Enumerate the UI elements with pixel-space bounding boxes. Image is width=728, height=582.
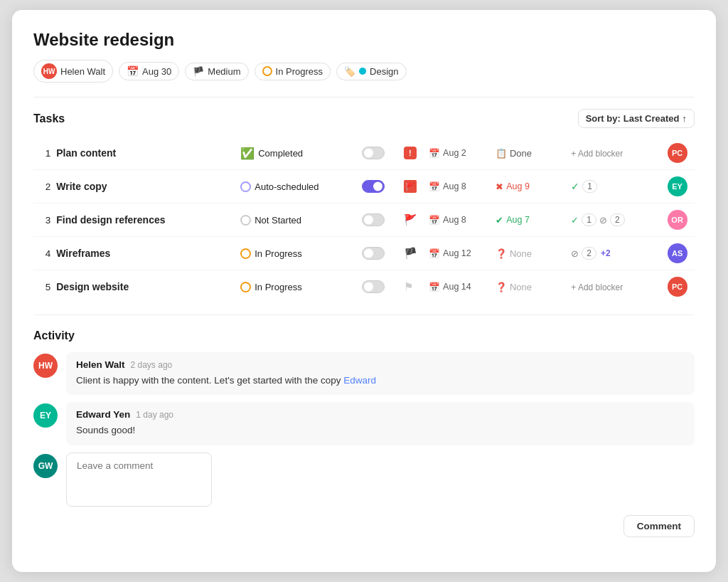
auto-schedule-toggle[interactable] [362, 147, 385, 159]
calendar-icon: 📅 [429, 181, 440, 192]
auto-schedule-toggle[interactable] [362, 247, 385, 260]
activity-meta: Edward Yen 1 day ago [76, 409, 685, 420]
task-blocker-cell: 📋 Done [493, 137, 568, 170]
activity-meta: Helen Walt 2 days ago [76, 359, 685, 370]
assignee-avatar: PC [668, 277, 687, 297]
assignee-avatar: PC [668, 143, 687, 163]
table-row: 1 Plan content ✅ Completed ! 📅Aug 2 [33, 137, 695, 170]
task-num: 2 [33, 170, 53, 203]
task-counts-cell: ⊘ 2 +2 [568, 237, 664, 270]
task-toggle-cell[interactable] [359, 170, 401, 203]
task-blocker-cell[interactable]: ✖Aug 9 [493, 170, 568, 203]
task-toggle-cell[interactable] [359, 203, 401, 237]
tag-label: Design [370, 66, 398, 77]
assignee-pill[interactable]: HW Helen Walt [33, 60, 113, 83]
sort-button[interactable]: Sort by: Last Created ↑ [578, 109, 695, 128]
task-date-cell[interactable]: 📅Aug 8 [426, 203, 493, 237]
flag-medium-icon: 🏴 [404, 247, 423, 260]
task-blocker-cell[interactable]: ✔Aug 7 [493, 203, 568, 237]
priority-urgent-red-icon: 🚩 [404, 180, 417, 193]
calendar-icon: 📅 [429, 215, 440, 226]
task-date-cell[interactable]: 📅Aug 12 [426, 237, 493, 270]
due-date-pill[interactable]: 📅 Aug 30 [119, 62, 179, 80]
meta-row: HW Helen Walt 📅 Aug 30 🏴 Medium In Progr… [33, 60, 695, 83]
plus-count: +2 [601, 248, 611, 258]
activity-time: 1 day ago [136, 410, 173, 420]
add-blocker-button[interactable]: + Add blocker [571, 149, 623, 159]
task-add-blocker-cell[interactable]: + Add blocker [568, 137, 664, 170]
status-circle-icon [262, 66, 272, 76]
tasks-table: 1 Plan content ✅ Completed ! 📅Aug 2 [33, 137, 695, 303]
status-label: In Progress [276, 66, 323, 77]
task-name: Write copy [53, 170, 237, 203]
task-toggle-cell[interactable] [359, 137, 401, 170]
task-num: 3 [33, 203, 53, 237]
task-priority-cell: ! [401, 137, 426, 170]
add-blocker-button[interactable]: + Add blocker [571, 282, 623, 292]
status-text: In Progress [255, 282, 301, 292]
comment-input[interactable] [66, 453, 212, 507]
priority-pill[interactable]: 🏴 Medium [185, 63, 248, 80]
mention-link[interactable]: Edward [343, 375, 376, 386]
status-text: Not Started [255, 215, 301, 226]
task-add-blocker-cell[interactable]: + Add blocker [568, 270, 664, 304]
task-date: Aug 8 [443, 215, 466, 225]
task-date-cell[interactable]: 📅Aug 2 [426, 137, 493, 170]
flag-red-icon: 🚩 [404, 213, 423, 226]
status-text: Completed [258, 148, 303, 159]
auto-schedule-toggle[interactable] [362, 213, 385, 226]
task-priority-cell: 🏴 [401, 237, 426, 270]
task-status[interactable]: In Progress [237, 237, 359, 270]
calendar-icon: 📅 [429, 248, 440, 259]
tag-pill[interactable]: 🏷️ Design [336, 63, 406, 80]
task-assignee-cell: AS [665, 237, 695, 270]
sort-value: Last Created [623, 113, 680, 124]
task-toggle-cell[interactable] [359, 270, 401, 304]
table-row: 2 Write copy Auto-scheduled 🚩 📅Aug 8 [33, 170, 695, 203]
assignee-name: Helen Walt [60, 66, 105, 77]
blocker-date: Aug 7 [506, 215, 530, 225]
task-status[interactable]: In Progress [237, 270, 359, 304]
tag-dot [359, 68, 366, 75]
task-check-count-cell: ✓ 1 [568, 170, 664, 203]
blocker-status: 📋 Done [496, 148, 532, 159]
status-text: Auto-scheduled [255, 181, 318, 192]
task-status[interactable]: Not Started [237, 203, 359, 237]
activity-section: Activity HW Helen Walt 2 days ago Client… [33, 329, 695, 537]
x-icon: ✖ [496, 181, 503, 192]
assignee-avatar: HW [41, 63, 57, 79]
page-title: Website redesign [33, 30, 695, 50]
check-count: 1 [582, 180, 597, 193]
auto-schedule-toggle[interactable] [362, 180, 385, 193]
task-blocker-cell: ❓ None [493, 270, 568, 304]
task-status[interactable]: ✅ Completed [237, 137, 359, 170]
assignee-avatar: OR [668, 210, 687, 230]
auto-schedule-toggle[interactable] [362, 280, 385, 293]
completed-icon: ✅ [240, 147, 255, 160]
activity-item: HW Helen Walt 2 days ago Client is happy… [33, 352, 695, 395]
status-pill[interactable]: In Progress [255, 63, 331, 80]
comment-footer: Comment [33, 515, 695, 537]
assignee-avatar: EY [668, 176, 687, 196]
task-date-cell[interactable]: 📅Aug 14 [426, 270, 493, 304]
table-row: 3 Find design references Not Started 🚩 📅… [33, 203, 695, 237]
blocker-none: ❓ None [496, 282, 532, 292]
activity-bubble: Edward Yen 1 day ago Sounds good! [66, 402, 695, 445]
calendar-icon: 📅 [429, 282, 440, 292]
calendar-icon: 📅 [429, 148, 440, 159]
task-priority-cell: 🚩 [401, 203, 426, 237]
flag-none-icon: ⚑ [404, 280, 423, 293]
task-name: Design website [53, 270, 237, 304]
task-name: Find design references [53, 203, 237, 237]
block-count: 2 [582, 247, 596, 260]
task-counts-cell: ✓ 1 ⊘ 2 [568, 203, 664, 237]
comment-submit-button[interactable]: Comment [623, 515, 695, 537]
sort-arrow-icon: ↑ [682, 113, 687, 124]
task-name: Plan content [53, 137, 237, 170]
task-priority-cell: 🚩 [401, 170, 426, 203]
task-status[interactable]: Auto-scheduled [237, 170, 359, 203]
priority-urgent-icon: ! [404, 147, 417, 159]
task-toggle-cell[interactable] [359, 237, 401, 270]
task-date-cell[interactable]: 📅Aug 8 [426, 170, 493, 203]
activity-text: Client is happy with the content. Let's … [76, 374, 685, 388]
